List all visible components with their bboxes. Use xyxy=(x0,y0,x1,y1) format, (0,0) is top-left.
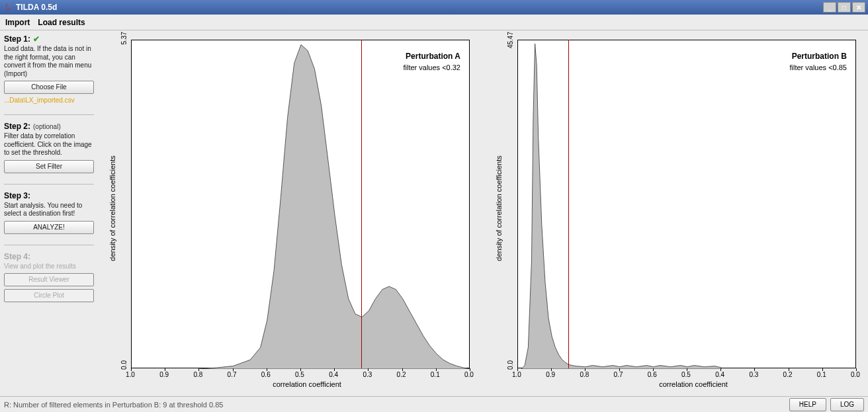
y-tick: 0.0 xyxy=(120,360,128,370)
maximize-button[interactable]: □ xyxy=(838,2,851,13)
chart-perturbation-b[interactable]: 1.00.90.80.70.60.50.40.30.20.10.00.045.4… xyxy=(486,36,863,395)
window-controls: _ □ ✕ xyxy=(823,2,865,13)
close-button[interactable]: ✕ xyxy=(852,2,865,13)
statusbar: R: Number of filtered elements in Pertur… xyxy=(0,396,868,412)
y-tick: 45.47 xyxy=(507,32,514,48)
check-icon: ✔ xyxy=(33,34,40,44)
x-tick: 0.8 xyxy=(580,371,589,378)
step-2-text: Filter data by correlation coefficient. … xyxy=(4,132,94,157)
x-tick: 0.3 xyxy=(749,371,758,378)
chart-subtitle: filter values <0.32 xyxy=(403,63,460,71)
set-filter-button[interactable]: Set Filter xyxy=(4,160,94,173)
x-tick: 0.7 xyxy=(228,371,237,378)
x-tick: 0.2 xyxy=(397,371,406,378)
x-tick: 0.6 xyxy=(648,371,657,378)
x-tick: 0.9 xyxy=(546,371,555,378)
step-2: Step 2: (optional) Filter data by correl… xyxy=(4,122,94,173)
x-tick: 0.0 xyxy=(464,371,474,378)
x-tick: 0.4 xyxy=(715,371,724,378)
window-title: TILDA 0.5d xyxy=(16,3,823,12)
step-1-text: Load data. If the data is not in the rig… xyxy=(4,45,94,78)
sidebar: Step 1: ✔ Load data. If the data is not … xyxy=(0,30,98,396)
titlebar: TILDA 0.5d _ □ ✕ xyxy=(0,0,868,15)
y-axis-label: density of correlation coefficients xyxy=(495,155,503,261)
menu-load-results[interactable]: Load results xyxy=(38,18,85,27)
x-tick: 0.1 xyxy=(817,371,826,378)
x-tick: 0.7 xyxy=(614,371,623,378)
x-axis-label: correlation coefficient xyxy=(267,380,347,388)
x-axis-label: correlation coefficient xyxy=(654,380,733,388)
minimize-button[interactable]: _ xyxy=(823,2,836,13)
step-1: Step 1: ✔ Load data. If the data is not … xyxy=(4,34,94,104)
divider xyxy=(4,245,94,245)
step-1-title: Step 1: ✔ xyxy=(4,34,94,44)
y-tick: 0.0 xyxy=(507,360,514,370)
chart-title: Perturbation A xyxy=(406,52,460,61)
x-tick: 0.4 xyxy=(329,371,338,378)
charts-area: 1.00.90.80.70.60.50.40.30.20.10.00.05.37… xyxy=(98,30,868,396)
x-tick: 0.8 xyxy=(193,371,202,378)
analyze-button[interactable]: ANALYZE! xyxy=(4,221,94,234)
x-tick: 1.0 xyxy=(512,371,521,378)
divider xyxy=(4,184,94,185)
log-button[interactable]: LOG xyxy=(830,398,864,411)
step-3-title: Step 3: xyxy=(4,191,94,200)
step-2-note: (optional) xyxy=(33,123,61,130)
x-tick: 0.3 xyxy=(363,371,372,378)
divider xyxy=(4,114,94,115)
loaded-file-label: ...Data\LX_imported.csv xyxy=(4,97,94,104)
java-icon xyxy=(3,2,13,13)
chart-perturbation-a[interactable]: 1.00.90.80.70.60.50.40.30.20.10.00.05.37… xyxy=(99,36,476,395)
step-4-text: View and plot the results xyxy=(4,263,94,271)
chart-title: Perturbation B xyxy=(792,52,847,61)
x-tick: 0.5 xyxy=(295,371,304,378)
y-tick: 5.37 xyxy=(120,32,128,44)
status-text: R: Number of filtered elements in Pertur… xyxy=(4,401,785,409)
step-4-title: Step 4: xyxy=(4,252,94,261)
x-tick: 1.0 xyxy=(126,371,135,378)
main: Step 1: ✔ Load data. If the data is not … xyxy=(0,30,868,396)
threshold-line[interactable] xyxy=(361,40,362,368)
menu-import[interactable]: Import xyxy=(5,18,30,27)
menubar: Import Load results xyxy=(0,15,868,30)
x-tick: 0.0 xyxy=(851,371,860,378)
step-3-text: Start analysis. You need to select a des… xyxy=(4,202,94,218)
step-1-title-text: Step 1: xyxy=(4,34,30,44)
choose-file-button[interactable]: Choose File xyxy=(4,81,94,94)
chart-subtitle: filter values <0.85 xyxy=(789,63,847,71)
step-4: Step 4: View and plot the results Result… xyxy=(4,252,94,303)
step-2-title: Step 2: (optional) xyxy=(4,122,94,131)
x-tick: 0.1 xyxy=(431,371,440,378)
threshold-line[interactable] xyxy=(568,40,569,368)
x-tick: 0.6 xyxy=(261,371,271,378)
x-tick: 0.9 xyxy=(159,371,169,378)
x-tick: 0.2 xyxy=(783,371,793,378)
result-viewer-button: Result Viewer xyxy=(4,273,94,286)
circle-plot-button: Circle Plot xyxy=(4,289,94,302)
help-button[interactable]: HELP xyxy=(789,398,826,411)
step-3: Step 3: Start analysis. You need to sele… xyxy=(4,191,94,234)
y-axis-label: density of correlation coefficients xyxy=(108,155,116,261)
step-2-title-text: Step 2: xyxy=(4,122,30,131)
x-tick: 0.5 xyxy=(681,371,691,378)
